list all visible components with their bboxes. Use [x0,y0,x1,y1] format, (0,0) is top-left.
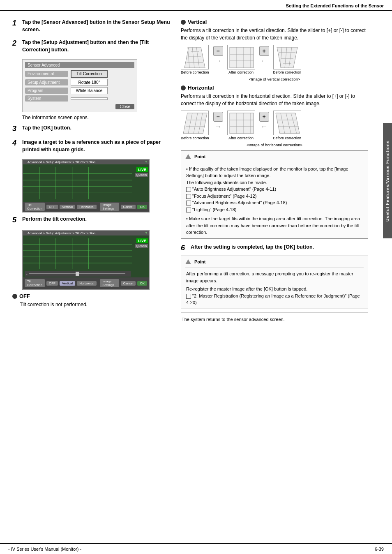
point-2-text-2: Re-register the master image after the [… [186,286,364,293]
page-header: Setting the Extended Functions of the Se… [0,0,392,11]
step-3: 3 Tap the [OK] button. [12,125,173,133]
vertical-before2-col: Before correction [273,45,302,74]
cancel-btn-2[interactable]: Cancel [121,281,136,286]
footer-right: 6-39 [375,547,384,552]
step-4-num: 4 [12,139,20,148]
cancel-btn-1[interactable]: Cancel [121,205,136,209]
image-settings-btn[interactable]: Image Settings [100,203,119,211]
vertical-before-svg [181,45,209,69]
vertical-after-svg [227,45,255,69]
point-box-1: Point • If the quality of the taken imag… [181,150,368,239]
sensor-adv-right-4 [71,97,108,100]
screen1-nav: ...Advanced > Setup Adjustment > Tilt Co… [23,160,149,164]
screen1-grid [23,167,132,199]
tilt-correction-btn-2[interactable]: Tilt Correction [25,279,45,287]
step-3-text: Tap the [OK] button. [22,125,71,132]
image-settings-btn-2[interactable]: Image Settings [100,279,119,287]
horizontal-diagram: Before correction − → After correction [181,111,368,140]
screen2-live-badge: LIVE [136,238,148,243]
step-6-text: After the setting is completed, tap the … [191,244,314,251]
sensor-adv-row-2: Setup Adjustment Rotate 180° [25,79,134,86]
horizontal-before-label: Before correction [181,136,209,140]
end-text: The system returns to the sensor advance… [182,316,368,323]
right-column: Vertical Performs a tilt correction in t… [181,19,380,323]
step-2-num: 2 [12,39,20,48]
vertical-caption: <Image of vertical correction> [181,77,368,81]
screen1-live-badge: LIVE [136,167,148,172]
step-4-text: Image a target to be a reference such as… [22,139,173,153]
vertical-plus-btn[interactable]: + [259,46,269,56]
point-2-text-3: "2. Master Registration (Registering an … [186,293,364,306]
side-tab: Useful Features/Various Functions [383,123,392,238]
sensor-adv-left-4[interactable]: System [25,95,68,102]
screen2-zoom[interactable]: Q Zoom [135,244,148,248]
sensor-adv-left-3[interactable]: Program [25,88,68,94]
off-section: OFF Tilt correction is not performed. [12,293,173,308]
slider-bar[interactable]: - + [25,271,131,277]
sensor-advanced-title: Sensor Advanced [25,62,134,68]
sensor-adv-row-1: Environmental Tilt Correction [25,70,134,78]
info-text: The information screen opens. [22,115,173,120]
horizontal-arrow2: + ← [259,112,269,132]
sensor-advanced-box: Sensor Advanced Environmental Tilt Corre… [22,59,137,112]
horizontal-before2-col: Before correction [273,111,302,140]
horizontal-before-svg [181,111,209,135]
horizontal-after-col: After correction [227,111,255,140]
off-btn-2[interactable]: OFF [46,281,58,286]
sensor-adv-row-3: Program White Balance [25,87,134,94]
screen2-grid [23,238,132,269]
screen2-bottom: Tilt Correction OFF Vertical Horizontal … [23,277,149,289]
step-2: 2 Tap the [Setup Adjustment] button and … [12,39,173,53]
vertical-title: Vertical [181,19,368,25]
vertical-arrow2: + ← [259,46,269,66]
horizontal-after-svg [227,111,255,135]
svg-marker-31 [277,47,297,68]
vertical-btn-2[interactable]: Vertical [60,281,75,286]
tilt-correction-btn[interactable]: Tilt Correction [25,203,45,211]
step-6: 6 After the setting is completed, tap th… [181,244,368,252]
ok-btn-2[interactable]: OK [137,281,147,286]
vertical-btn[interactable]: Vertical [60,205,75,209]
sensor-adv-right-1[interactable]: Tilt Correction [71,70,108,78]
horizontal-minus-btn[interactable]: − [213,112,223,122]
sensor-adv-right-3[interactable]: White Balance [71,87,108,94]
point-icon-1 [185,154,191,159]
vertical-before-col: Before correction [181,45,209,74]
step-5-text: Perform the tilt correction. [22,216,87,223]
point-1-bullet-3: "Auto Brightness Adjustment" (Page 4-11) [186,186,364,193]
point-1-bullet-1: • If the quality of the taken image disp… [186,166,364,179]
horizontal-after-label: After correction [228,136,254,140]
off-btn[interactable]: OFF [46,205,58,209]
point-1-bullet-5: "Advanced Brightness Adjustment" (Page 4… [186,199,364,206]
screen1-zoom[interactable]: Q Zoom [135,173,148,177]
off-title: OFF [12,293,173,299]
sensor-adv-left-2[interactable]: Setup Adjustment [25,79,68,85]
horizontal-btn[interactable]: Horizontal [77,205,97,209]
sensor-adv-left-1[interactable]: Environmental [25,71,68,77]
step-5-num: 5 [12,216,20,224]
vertical-before-label: Before correction [181,70,209,74]
point-header-1: Point [185,153,364,160]
vertical-diagram: Before correction − → After correction [181,45,368,74]
step-2-text: Tap the [Setup Adjustment] button and th… [22,39,173,53]
close-button[interactable]: Close [115,104,134,109]
vertical-bullet [181,20,186,25]
step-1-text: Tap the [Sensor Advanced] button in the … [22,19,173,33]
horizontal-before-col: Before correction [181,111,209,140]
vertical-before2-label: Before correction [273,70,302,74]
vertical-minus-btn[interactable]: − [213,46,223,56]
sensor-adv-row-4: System [25,95,134,102]
sensor-adv-right-2[interactable]: Rotate 180° [71,79,108,86]
horizontal-title: Horizontal [181,85,368,91]
ok-btn-1[interactable]: OK [137,205,147,209]
point-box-2: Point After performing a tilt correction… [181,256,368,309]
vertical-after-col: After correction [227,45,255,74]
step-4: 4 Image a target to be a reference such … [12,139,173,153]
step-1-num: 1 [12,19,20,28]
horizontal-plus-btn[interactable]: + [259,112,269,122]
horizontal-before2-label: Before correction [273,136,302,140]
vertical-arrow: − → [213,46,223,66]
svg-rect-45 [230,113,254,134]
point-1-bullet-7: • Make sure the target fits within the i… [186,215,364,236]
horizontal-btn-2[interactable]: Horizontal [77,281,97,286]
